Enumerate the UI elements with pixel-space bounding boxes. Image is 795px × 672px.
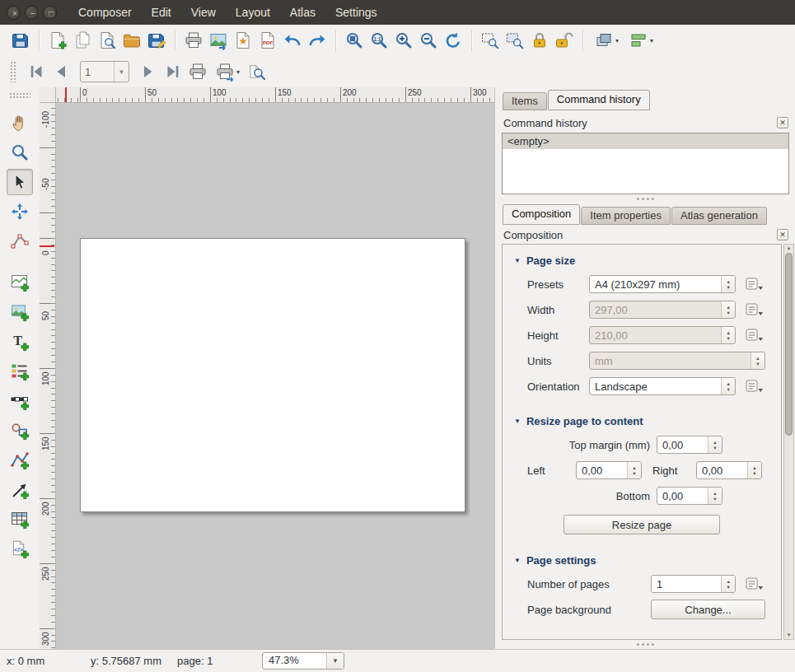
unlock-items-button[interactable] <box>552 28 577 53</box>
command-history-list[interactable]: <empty> <box>502 133 789 194</box>
chevron-down-icon[interactable]: ▼ <box>326 653 344 669</box>
minimize-window-button[interactable]: − <box>25 6 39 20</box>
spinner-arrows-icon[interactable]: ▴▾ <box>721 576 735 592</box>
resize-page-section-header[interactable]: ▼ Resize page to content <box>514 415 781 427</box>
data-defined-height-button[interactable] <box>744 326 765 344</box>
menu-composer[interactable]: Composer <box>78 6 132 19</box>
menu-edit[interactable]: Edit <box>152 6 171 19</box>
zoom-out-button[interactable] <box>416 28 441 53</box>
print-atlas-button[interactable] <box>185 59 210 84</box>
presets-combo[interactable]: A4 (210x297 mm) ▴▾ <box>589 275 736 293</box>
combo-arrows-icon[interactable]: ▴▾ <box>751 352 765 369</box>
zoom-in-button[interactable] <box>391 28 416 53</box>
add-html-button[interactable]: </> <box>7 536 33 562</box>
export-atlas-menu-button[interactable]: ▾ <box>210 59 245 84</box>
spinner-arrows-icon[interactable]: ▴▾ <box>708 436 722 453</box>
tab-item-properties[interactable]: Item properties <box>581 207 671 225</box>
atlas-next-feature-button[interactable] <box>136 59 161 84</box>
combo-arrows-icon[interactable]: ▴▾ <box>721 378 735 394</box>
add-shape-button[interactable] <box>7 418 33 444</box>
data-defined-width-button[interactable] <box>744 301 765 319</box>
redo-button[interactable] <box>305 28 330 53</box>
composition-viewport[interactable] <box>56 103 494 649</box>
atlas-previous-feature-button[interactable] <box>49 59 73 84</box>
select-move-item-tool-button[interactable] <box>7 169 33 195</box>
open-template-button[interactable] <box>119 28 144 53</box>
edit-nodes-tool-button[interactable] <box>7 228 33 254</box>
close-panel-button[interactable]: ✕ <box>777 229 788 240</box>
print-button[interactable] <box>181 28 206 53</box>
add-arrow-button[interactable] <box>7 477 33 503</box>
add-scalebar-button[interactable] <box>7 388 33 414</box>
combo-arrows-icon[interactable]: ▴▾ <box>721 276 735 292</box>
align-items-menu-button[interactable]: ▾ <box>624 28 658 53</box>
orientation-combo[interactable]: Landscape ▴▾ <box>589 377 736 395</box>
pan-tool-button[interactable] <box>7 110 33 136</box>
chevron-down-icon[interactable]: ▼ <box>114 62 129 82</box>
page-settings-section-header[interactable]: ▼ Page settings <box>514 554 781 567</box>
height-spinbox[interactable]: 210,00 ▴▾ <box>589 326 736 344</box>
preview-atlas-button[interactable] <box>245 59 269 84</box>
command-history-empty-item[interactable]: <empty> <box>503 133 788 149</box>
add-label-button[interactable]: T <box>7 329 33 355</box>
tab-atlas-generation[interactable]: Atlas generation <box>671 207 767 225</box>
move-item-content-tool-button[interactable] <box>7 198 33 225</box>
units-combo[interactable]: mm ▴▾ <box>589 352 765 370</box>
number-of-pages-spinbox[interactable]: 1 ▴▾ <box>651 575 736 593</box>
data-defined-orientation-button[interactable] <box>744 377 765 395</box>
scroll-up-icon[interactable]: ▲ <box>784 245 793 252</box>
tab-items[interactable]: Items <box>503 92 547 110</box>
panel-splitter-handle[interactable] <box>495 195 795 202</box>
lock-items-button[interactable] <box>527 28 552 53</box>
refresh-view-button[interactable] <box>441 28 465 53</box>
add-image-button[interactable] <box>7 299 33 325</box>
raise-items-menu-button[interactable]: ▾ <box>589 28 624 53</box>
atlas-page-input[interactable] <box>81 62 114 82</box>
top-margin-spinbox[interactable]: 0,00 ▴▾ <box>657 436 723 454</box>
new-composition-button[interactable] <box>45 28 70 53</box>
atlas-page-combo[interactable]: ▼ <box>80 61 129 82</box>
left-margin-spinbox[interactable]: 0,00 ▴▾ <box>576 461 642 479</box>
page-size-section-header[interactable]: ▼ Page size <box>514 254 781 267</box>
menu-view[interactable]: View <box>191 6 216 19</box>
spinner-arrows-icon[interactable]: ▴▾ <box>721 301 735 318</box>
panel-scrollbar[interactable]: ▲ ▼ <box>783 244 794 640</box>
zoom-actual-size-button[interactable]: 1:1 <box>367 28 391 53</box>
save-template-button[interactable] <box>144 28 169 53</box>
export-pdf-button[interactable]: PDF <box>255 28 280 53</box>
spinner-arrows-icon[interactable]: ▴▾ <box>627 462 641 478</box>
tab-composition[interactable]: Composition <box>503 204 580 225</box>
menu-settings[interactable]: Settings <box>335 6 377 19</box>
menu-layout[interactable]: Layout <box>236 6 270 19</box>
close-window-button[interactable]: × <box>7 6 21 20</box>
tab-command-history[interactable]: Command history <box>548 90 650 110</box>
scrollbar-thumb[interactable] <box>785 253 793 436</box>
data-defined-presets-button[interactable] <box>744 275 765 293</box>
add-legend-button[interactable] <box>7 358 33 385</box>
export-svg-button[interactable] <box>231 28 255 53</box>
composer-manager-button[interactable] <box>95 28 119 53</box>
atlas-first-feature-button[interactable] <box>24 59 49 84</box>
zoom-full-button[interactable] <box>342 28 367 53</box>
zoom-tool-button[interactable] <box>7 139 33 166</box>
width-spinbox[interactable]: 297,00 ▴▾ <box>589 301 736 319</box>
zoom-to-selection-button[interactable] <box>478 28 503 53</box>
bottom-margin-spinbox[interactable]: 0,00 ▴▾ <box>657 487 723 505</box>
undo-button[interactable] <box>280 28 305 53</box>
zoom-level-combo[interactable]: 47.3% ▼ <box>262 652 344 670</box>
export-image-button[interactable] <box>206 28 231 53</box>
duplicate-composition-button[interactable] <box>70 28 95 53</box>
resize-page-button[interactable]: Resize page <box>564 515 720 534</box>
close-panel-button[interactable]: ✕ <box>777 117 788 128</box>
save-composition-button[interactable] <box>8 28 33 53</box>
menu-atlas[interactable]: Atlas <box>290 6 316 19</box>
atlas-last-feature-button[interactable] <box>161 59 185 84</box>
scroll-down-icon[interactable]: ▼ <box>784 632 793 639</box>
toolbar-handle[interactable] <box>10 61 17 82</box>
add-nodes-shape-button[interactable] <box>7 447 33 474</box>
right-margin-spinbox[interactable]: 0,00 ▴▾ <box>696 461 762 479</box>
spinner-arrows-icon[interactable]: ▴▾ <box>708 488 722 504</box>
zoom-to-region-button[interactable] <box>503 28 527 53</box>
maximize-window-button[interactable]: □ <box>43 6 57 20</box>
spinner-arrows-icon[interactable]: ▴▾ <box>721 327 735 343</box>
